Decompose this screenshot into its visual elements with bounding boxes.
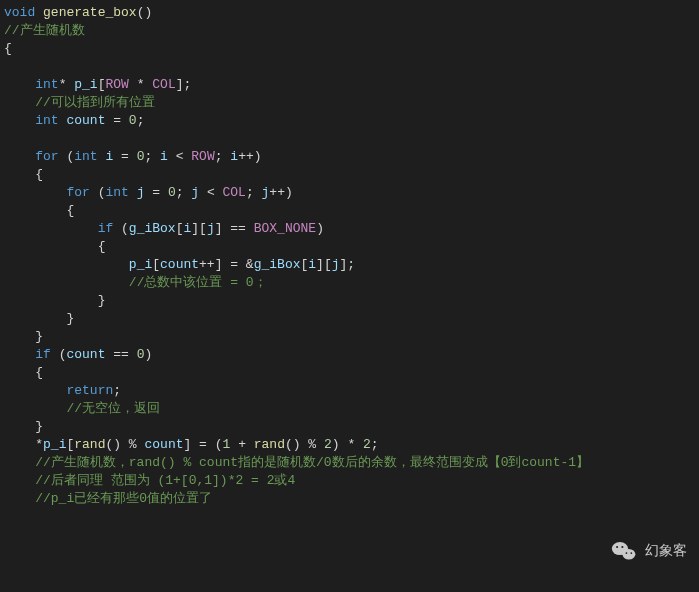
token-punct: ; bbox=[176, 185, 192, 200]
token-var: j bbox=[207, 221, 215, 236]
token-number: 0 bbox=[129, 113, 137, 128]
token-brace: { bbox=[35, 167, 43, 182]
token-punct: ][ bbox=[316, 257, 332, 272]
token-brace: { bbox=[4, 41, 12, 56]
token-punct: ]; bbox=[176, 77, 192, 92]
token-punct: ; bbox=[215, 149, 231, 164]
token-punct: ( bbox=[90, 185, 106, 200]
token-var: p_i bbox=[43, 437, 66, 452]
token-punct: == bbox=[105, 347, 136, 362]
svg-point-4 bbox=[626, 552, 628, 554]
token-brace: } bbox=[98, 293, 106, 308]
token-comment: //总数中该位置 = 0； bbox=[129, 275, 267, 290]
token-number: 2 bbox=[363, 437, 371, 452]
token-macro: ROW bbox=[105, 77, 128, 92]
token-punct: < bbox=[199, 185, 222, 200]
token-punct: ) * bbox=[332, 437, 363, 452]
token-comment: //可以指到所有位置 bbox=[35, 95, 155, 110]
svg-point-3 bbox=[621, 546, 623, 548]
token-macro: COL bbox=[152, 77, 175, 92]
token-punct: ][ bbox=[191, 221, 207, 236]
token-var: g_iBox bbox=[129, 221, 176, 236]
token-punct: ++) bbox=[269, 185, 292, 200]
token-punct: = bbox=[105, 113, 128, 128]
token-function: generate_box bbox=[43, 5, 137, 20]
token-keyword: void bbox=[4, 5, 35, 20]
token-keyword: int bbox=[35, 113, 58, 128]
token-punct: < bbox=[168, 149, 191, 164]
token-var: i bbox=[160, 149, 168, 164]
token-comment: //无空位，返回 bbox=[66, 401, 160, 416]
svg-point-0 bbox=[612, 542, 628, 555]
token-macro: ROW bbox=[191, 149, 214, 164]
token-number: 2 bbox=[324, 437, 332, 452]
token-keyword: int bbox=[35, 77, 58, 92]
wechat-icon bbox=[611, 538, 637, 564]
token-punct: ; bbox=[246, 185, 262, 200]
token-var: j bbox=[332, 257, 340, 272]
token-keyword: if bbox=[98, 221, 114, 236]
token-var: p_i bbox=[129, 257, 152, 272]
token-keyword: int bbox=[105, 185, 128, 200]
token-brace: { bbox=[66, 203, 74, 218]
token-function: rand bbox=[74, 437, 105, 452]
token-punct: ; bbox=[371, 437, 379, 452]
token-punct: [ bbox=[152, 257, 160, 272]
token-punct: * bbox=[59, 77, 67, 92]
token-comment: //产生随机数，rand() % count指的是随机数/0数后的余数，最终范围… bbox=[35, 455, 589, 470]
watermark-label: 幻象客 bbox=[645, 542, 687, 560]
token-comment: //产生随机数 bbox=[4, 23, 85, 38]
token-function: rand bbox=[254, 437, 285, 452]
token-number: 0 bbox=[168, 185, 176, 200]
token-keyword: for bbox=[35, 149, 58, 164]
token-punct: ; bbox=[144, 149, 160, 164]
token-punct: ] = ( bbox=[184, 437, 223, 452]
token-macro: BOX_NONE bbox=[254, 221, 316, 236]
token-punct: ( bbox=[59, 149, 75, 164]
token-punct: = bbox=[144, 185, 167, 200]
token-punct: * bbox=[129, 77, 152, 92]
token-brace: { bbox=[98, 239, 106, 254]
token-macro: COL bbox=[223, 185, 246, 200]
svg-point-2 bbox=[616, 546, 618, 548]
token-punct: ( bbox=[113, 221, 129, 236]
token-comment: //p_i已经有那些0值的位置了 bbox=[35, 491, 212, 506]
token-keyword: for bbox=[66, 185, 89, 200]
token-keyword: int bbox=[74, 149, 97, 164]
token-punct: ; bbox=[113, 383, 121, 398]
token-punct: * bbox=[35, 437, 43, 452]
token-punct: () bbox=[137, 5, 153, 20]
token-punct: ) bbox=[144, 347, 152, 362]
token-comment: //后者同理 范围为 (1+[0,1])*2 = 2或4 bbox=[35, 473, 295, 488]
token-var: i bbox=[308, 257, 316, 272]
token-punct: ++] = & bbox=[199, 257, 254, 272]
token-punct: + bbox=[230, 437, 253, 452]
token-brace: } bbox=[35, 329, 43, 344]
token-punct: ) bbox=[316, 221, 324, 236]
token-var: i bbox=[230, 149, 238, 164]
token-keyword: if bbox=[35, 347, 51, 362]
token-punct: () % bbox=[105, 437, 144, 452]
token-brace: } bbox=[35, 419, 43, 434]
token-brace: { bbox=[35, 365, 43, 380]
token-punct: ( bbox=[51, 347, 67, 362]
token-var: j bbox=[191, 185, 199, 200]
token-punct: () % bbox=[285, 437, 324, 452]
watermark: 幻象客 bbox=[611, 538, 687, 564]
token-keyword: return bbox=[66, 383, 113, 398]
token-punct: ]; bbox=[340, 257, 356, 272]
token-punct: ; bbox=[137, 113, 145, 128]
token-var: count bbox=[160, 257, 199, 272]
token-var: count bbox=[66, 347, 105, 362]
code-block: void generate_box() //产生随机数 { int* p_i[R… bbox=[0, 0, 699, 512]
svg-point-1 bbox=[622, 549, 635, 560]
token-var: count bbox=[144, 437, 183, 452]
token-brace: } bbox=[66, 311, 74, 326]
token-punct: ++) bbox=[238, 149, 261, 164]
token-var: p_i bbox=[74, 77, 97, 92]
token-var: g_iBox bbox=[254, 257, 301, 272]
token-punct: ] == bbox=[215, 221, 254, 236]
token-var: count bbox=[66, 113, 105, 128]
svg-point-5 bbox=[630, 552, 632, 554]
token-punct: = bbox=[113, 149, 136, 164]
